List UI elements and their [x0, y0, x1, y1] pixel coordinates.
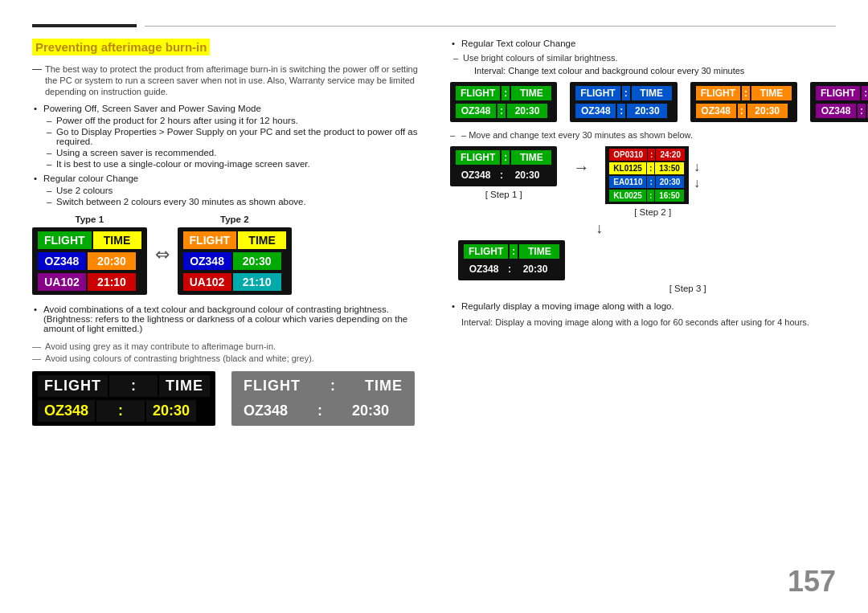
- s2-r3-c2: 20:30: [656, 176, 685, 188]
- bad-example-2: FLIGHT : TIME OZ348 : 20:30: [231, 371, 415, 426]
- dash-note-1: Avoid using grey as it may contribute to…: [32, 341, 426, 351]
- t2-r3-c1: UA102: [183, 273, 231, 291]
- s2-r4-colon: :: [647, 190, 654, 202]
- bullet-item-2: Regular colour Change Use 2 colours Swit…: [32, 174, 426, 206]
- t1-r3-c2: 21:10: [88, 273, 136, 291]
- t1-r1-c2: TIME: [93, 231, 141, 249]
- t1-r1-c1: FLIGHT: [38, 231, 92, 249]
- co-r2-c1: OZ348: [696, 104, 736, 118]
- exchange-arrow: ⇔: [155, 244, 170, 265]
- t1-r2-c2: 20:30: [88, 252, 136, 270]
- bullet-item-1: Powering Off, Screen Saver and Power Sav…: [32, 104, 426, 169]
- bad-example-1: FLIGHT : TIME OZ348 : 20:30: [32, 371, 215, 426]
- s2-row4: KL0025 : 16:50: [609, 190, 685, 202]
- t1-r3-c1: UA102: [38, 273, 86, 291]
- type1-block: Type 1 FLIGHT TIME OZ348 20:30 UA102 21:…: [32, 215, 147, 295]
- s2-r2-c2: 13:50: [655, 162, 684, 174]
- co-row2: OZ348 : 20:30: [695, 103, 792, 119]
- step2-block: OP0310 : 24:20 KL0125 : 13:50 EA0110: [605, 146, 700, 217]
- final-bullet-list: Regularly display a moving image along w…: [450, 301, 868, 311]
- sub-item-1-2: Go to Display Properties > Power Supply …: [43, 127, 426, 146]
- co-r2-c2: 20:30: [747, 104, 788, 118]
- co-r2-colon: :: [738, 104, 746, 118]
- bad1-r1-c1: FLIGHT: [38, 375, 108, 397]
- s3-r2-colon: :: [506, 262, 514, 276]
- step3-block: FLIGHT : TIME OZ348 : 20:30 [ Step 3 ]: [458, 240, 868, 293]
- type2-block: Type 2 FLIGHT TIME OZ348 20:30 UA102 21:…: [178, 215, 293, 295]
- co-r1-c2: TIME: [751, 86, 792, 100]
- s3-r2-c1: OZ348: [464, 262, 504, 276]
- sub-item-1-1: Power off the product for 2 hours after …: [43, 116, 426, 125]
- step1-block: FLIGHT : TIME OZ348 : 20:30 [ Step 1 ]: [450, 146, 557, 199]
- section-title: Preventing afterimage burn-in: [32, 39, 210, 55]
- s3-r1-colon: :: [510, 244, 518, 259]
- bad1-r2-c2: 20:30: [146, 400, 196, 422]
- step3-label: [ Step 3 ]: [458, 284, 868, 293]
- s2-r4-c1: KL0025: [609, 190, 646, 202]
- s2-r1-c2: 24:20: [656, 149, 685, 161]
- sub-item-2-1: Use 2 colours: [43, 186, 426, 195]
- cg-r2-c2: 20:30: [507, 104, 547, 118]
- bad2-r2-c2: 20:30: [346, 400, 395, 422]
- right-bullet-1: Regular Text colour Change: [450, 39, 868, 48]
- cp-row2: OZ348 : 20:30: [815, 103, 868, 119]
- type1-row2: OZ348 20:30: [37, 251, 142, 271]
- s1-row2: OZ348 : 20:30: [455, 167, 552, 183]
- cb-r1-c2: TIME: [632, 86, 672, 100]
- type1-row3: UA102 21:10: [37, 272, 142, 292]
- bad-examples: FLIGHT : TIME OZ348 : 20:30 FLIGHT : TIM…: [32, 371, 426, 426]
- bad1-r2-c1: OZ348: [38, 400, 95, 422]
- s2-r2-c1: KL0125: [609, 162, 646, 174]
- bad2-row2: OZ348 : 20:30: [236, 399, 410, 423]
- scroll-down-arrow-1: ↓: [694, 160, 700, 174]
- avoid-bullet-item: Avoid combinations of a text colour and …: [32, 304, 426, 333]
- co-r1-c1: FLIGHT: [696, 86, 740, 100]
- scroll-down-arrow-2: ↓: [694, 176, 700, 190]
- arrow-down-icon: ↓: [596, 220, 603, 236]
- cb-r1-c1: FLIGHT: [575, 86, 620, 100]
- cg-r2-colon: :: [497, 104, 506, 118]
- cg-r2-c1: OZ348: [456, 104, 496, 118]
- s1-row1: FLIGHT : TIME: [455, 149, 552, 166]
- s3-r1-c1: FLIGHT: [464, 244, 508, 259]
- bad1-r1-c2: TIME: [159, 375, 210, 397]
- s3-r2-c2: 20:30: [515, 262, 555, 276]
- cb-r2-c1: OZ348: [575, 104, 616, 118]
- bad1-r2-colon: :: [96, 400, 145, 422]
- cg-r1-colon: :: [502, 86, 510, 100]
- step-note: – – Move and change text every 30 minute…: [450, 130, 868, 140]
- sub-item-1-3: Using a screen saver is recommended.: [43, 148, 426, 157]
- color-boxes-row: FLIGHT : TIME OZ348 : 20:30 FLIGHT : TIM…: [450, 82, 868, 122]
- top-rule: [32, 24, 836, 27]
- bad1-row1: FLIGHT : TIME: [37, 374, 211, 398]
- dash-note-2: Avoid using colours of contrasting brigh…: [32, 353, 426, 363]
- intro-text: The best way to protect the product from…: [45, 64, 418, 96]
- bad2-r2-c1: OZ348: [237, 400, 294, 422]
- step-row-1-2: FLIGHT : TIME OZ348 : 20:30 [ Step 1 ]: [450, 146, 868, 217]
- co-r1-colon: :: [742, 86, 750, 100]
- cp-r2-colon: :: [858, 104, 866, 118]
- type2-label: Type 2: [178, 215, 293, 224]
- type2-row3: UA102 21:10: [182, 272, 288, 292]
- step3-board: FLIGHT : TIME OZ348 : 20:30: [458, 240, 565, 280]
- color-board-blue: FLIGHT : TIME OZ348 : 20:30: [570, 82, 677, 122]
- t1-r2-c1: OZ348: [38, 252, 86, 270]
- type2-row2: OZ348 20:30: [182, 251, 288, 271]
- s1-r2-colon: :: [497, 168, 506, 182]
- bad2-row1: FLIGHT : TIME: [236, 374, 410, 398]
- t2-r3-c2: 21:10: [233, 273, 281, 291]
- s1-r2-c2: 20:30: [507, 168, 547, 182]
- left-column: Preventing afterimage burn-in — The best…: [32, 39, 426, 434]
- right-sub-2: Interval: Change text colour and backgro…: [450, 66, 868, 76]
- step2-content: OP0310 : 24:20 KL0125 : 13:50 EA0110: [605, 146, 700, 204]
- cb-r2-c2: 20:30: [627, 104, 667, 118]
- sub-item-1-4: It is best to use a single-colour or mov…: [43, 159, 426, 169]
- color-board-orange: FLIGHT : TIME OZ348 : 20:30: [690, 82, 797, 122]
- final-notes: Regularly display a moving image along w…: [450, 301, 868, 327]
- type1-board: FLIGHT TIME OZ348 20:30 UA102 21:10: [32, 227, 147, 295]
- bad2-r1-c1: FLIGHT: [237, 375, 307, 397]
- sub-list-2: Use 2 colours Switch between 2 colours e…: [43, 186, 426, 206]
- type2-row1: FLIGHT TIME: [182, 231, 288, 250]
- cp-r1-colon: :: [862, 86, 868, 100]
- co-row1: FLIGHT : TIME: [695, 85, 792, 101]
